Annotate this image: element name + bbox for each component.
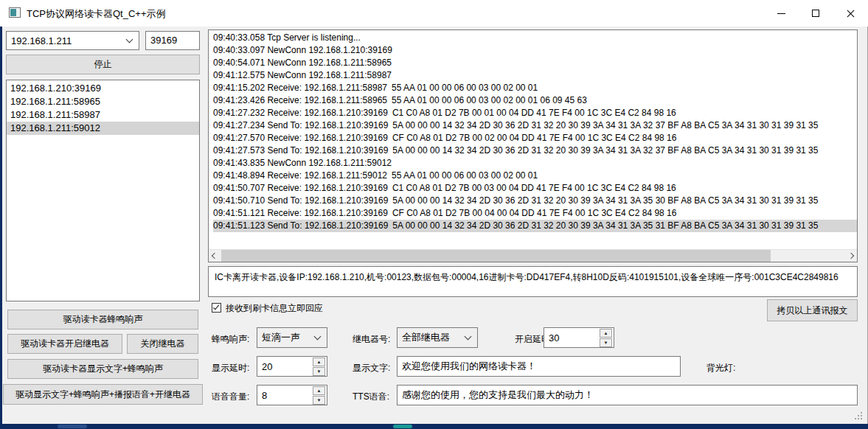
display-delay-label: 显示延时: [212, 362, 249, 374]
volume-label: 语音音量: [212, 391, 249, 403]
beep-button[interactable]: 驱动读卡器蜂鸣响声 [7, 310, 198, 329]
relay-no-label: 继电器号: [353, 333, 390, 346]
client-list[interactable]: 192.168.1.210:39169192.168.1.211:5896519… [6, 80, 200, 301]
log-line[interactable]: 09:41:48.894 Receive: 192.168.1.211:5901… [213, 170, 857, 182]
maximize-button[interactable] [799, 0, 833, 27]
ip-combobox[interactable]: 192.168.1.211 [6, 31, 139, 50]
log-line-hex: CF C0 A8 01 D2 7B 00 04 00 04 DD 41 7E F… [392, 207, 677, 220]
port-input[interactable] [145, 31, 200, 50]
open-delay-spinner[interactable]: 30 ▲▼ [544, 327, 614, 348]
scroll-left-icon[interactable] [212, 253, 218, 259]
app-window: TCP协议网络读卡器Qt_C++示例 192.168.1.211 停止 192.… [0, 0, 868, 424]
respond-checkbox-label: 接收到刷卡信息立即回应 [226, 302, 323, 315]
log-line[interactable]: 09:41:43.835 NewConn 192.168.1.211:59012 [213, 157, 857, 170]
log-line-hex: 5A 00 00 00 14 32 34 2D 30 36 2D 31 32 2… [392, 195, 818, 207]
log-line-meta: 09:41:27.570 Receive: 192.168.1.210:3916… [213, 132, 392, 144]
volume-spinner[interactable]: 8 ▲▼ [257, 385, 327, 405]
minimize-icon [777, 13, 785, 14]
spin-up-button[interactable]: ▲ [313, 358, 325, 366]
desktop-edge [58, 425, 87, 428]
chevron-down-icon [465, 333, 472, 341]
log-line[interactable]: 09:40:54.071 NewConn 192.168.1.211:58965 [213, 57, 857, 69]
chevron-down-icon [314, 333, 322, 341]
display-delay-value: 20 [262, 361, 272, 372]
scrollbar-thumb[interactable] [221, 250, 771, 262]
log-line-meta: 09:40:33.097 NewConn 192.168.1.210:39169 [213, 44, 397, 57]
scroll-right-icon[interactable] [848, 253, 854, 259]
log-line[interactable]: 09:41:51.121 Receive: 192.168.1.210:3916… [213, 207, 857, 220]
log-line[interactable]: 09:41:27.232 Receive: 192.168.1.210:3916… [213, 107, 857, 119]
resize-grip[interactable] [855, 412, 864, 421]
beep-sound-combobox[interactable]: 短滴一声 [257, 327, 327, 348]
spin-up-button[interactable]: ▲ [600, 329, 612, 338]
ip-combobox-value: 192.168.1.211 [11, 35, 72, 46]
copy-log-button[interactable]: 拷贝以上通讯报文 [767, 299, 858, 321]
titlebar: TCP协议网络读卡器Qt_C++示例 [0, 0, 868, 27]
open-relay-button-label: 驱动读卡器开启继电器 [21, 338, 109, 350]
log-line[interactable]: 09:41:27.573 Send To: 192.168.1.210:3916… [213, 144, 857, 157]
display-text-input[interactable] [397, 356, 681, 377]
minimize-button[interactable] [764, 0, 799, 27]
log-line-hex: CF C0 A8 01 D2 7B 00 02 00 04 DD 41 7E F… [392, 132, 677, 144]
log-line[interactable]: 09:41:27.570 Receive: 192.168.1.210:3916… [213, 132, 857, 144]
volume-value: 8 [262, 390, 267, 401]
tts-label: TTS语音: [353, 391, 389, 403]
log-area[interactable]: 09:40:33.058 Tcp Server is listening...0… [208, 29, 858, 262]
log-line-hex: 55 AA 01 00 00 06 00 03 00 02 00 01 [392, 82, 538, 94]
log-line-hex: 5A 00 00 00 14 32 34 2D 30 36 2D 31 32 2… [392, 119, 818, 132]
display-beep-button-label: 驱动读卡器显示文字+蜂鸣响声 [43, 363, 163, 375]
log-line[interactable]: 09:41:50.707 Receive: 192.168.1.210:3916… [213, 182, 857, 195]
log-line-meta: 09:41:15.202 Receive: 192.168.1.211:5898… [213, 82, 392, 94]
stop-button[interactable]: 停止 [6, 55, 200, 74]
close-button[interactable] [833, 0, 868, 27]
log-line-meta: 09:41:23.426 Receive: 192.168.1.211:5896… [213, 94, 392, 107]
app-icon [9, 7, 21, 18]
spin-up-button[interactable]: ▲ [313, 386, 325, 395]
relay-no-combobox[interactable]: 全部继电器 [397, 327, 478, 348]
close-relay-button[interactable]: 关闭继电器 [127, 334, 198, 354]
log-line[interactable]: 09:41:51.123 Send To: 192.168.1.210:3916… [213, 220, 857, 232]
backlight-label: 背光灯: [706, 362, 735, 374]
log-line-meta: 09:41:27.573 Send To: 192.168.1.210:3916… [213, 144, 392, 157]
log-line[interactable]: 09:40:33.058 Tcp Server is listening... [213, 32, 857, 44]
spin-down-button[interactable]: ▼ [313, 367, 325, 376]
log-line[interactable]: 09:41:23.426 Receive: 192.168.1.211:5896… [213, 94, 857, 107]
close-relay-button-label: 关闭继电器 [141, 338, 185, 350]
respond-checkbox[interactable] [212, 303, 221, 313]
log-line[interactable]: 09:41:50.710 Send To: 192.168.1.210:3916… [213, 195, 857, 207]
decoded-message-box[interactable]: IC卡离开读卡器,设备IP:192.168.1.210,机号:00123,数据包… [208, 266, 858, 297]
open-delay-value: 30 [549, 332, 559, 343]
log-line-hex: 55 AA 01 00 00 06 00 03 00 02 00 01 [392, 170, 538, 182]
client-list-item[interactable]: 192.168.1.211:58965 [7, 95, 199, 108]
spin-down-button[interactable]: ▼ [600, 338, 612, 347]
desktop-edge [0, 424, 868, 429]
horizontal-scrollbar[interactable] [209, 249, 857, 262]
log-line-meta: 09:41:51.123 Send To: 192.168.1.210:3916… [213, 220, 392, 232]
log-line-hex: 5A 00 00 00 14 32 34 2D 30 36 2D 31 32 2… [392, 144, 818, 157]
log-line[interactable]: 09:41:27.234 Send To: 192.168.1.210:3916… [213, 119, 857, 132]
log-line[interactable]: 09:41:15.202 Receive: 192.168.1.211:5898… [213, 82, 857, 94]
log-line[interactable]: 09:40:33.097 NewConn 192.168.1.210:39169 [213, 44, 857, 57]
open-relay-button[interactable]: 驱动读卡器开启继电器 [7, 334, 122, 354]
window-title: TCP协议网络读卡器Qt_C++示例 [27, 7, 166, 21]
stop-button-label: 停止 [94, 58, 112, 71]
display-beep-voice-relay-button-label: 驱动显示文字+蜂鸣响声+播报语音+开继电器 [15, 388, 190, 401]
check-mark-icon [213, 304, 219, 310]
log-line-meta: 09:41:27.234 Send To: 192.168.1.210:3916… [213, 119, 392, 132]
spin-down-button[interactable]: ▼ [313, 396, 325, 405]
client-list-item[interactable]: 192.168.1.211:58987 [7, 108, 199, 122]
display-delay-spinner[interactable]: 20 ▲▼ [257, 356, 327, 377]
log-line-hex: 5A 00 00 00 14 32 34 2D 30 36 2D 31 32 2… [392, 220, 818, 232]
log-line-meta: 09:41:50.710 Send To: 192.168.1.210:3916… [213, 195, 392, 207]
desktop-edge [0, 27, 2, 424]
display-beep-voice-relay-button[interactable]: 驱动显示文字+蜂鸣响声+播报语音+开继电器 [3, 384, 203, 405]
display-beep-button[interactable]: 驱动读卡器显示文字+蜂鸣响声 [7, 359, 198, 379]
client-list-item[interactable]: 192.168.1.210:39169 [7, 82, 199, 95]
beep-sound-value: 短滴一声 [262, 331, 300, 344]
log-line-meta: 09:41:12.575 NewConn 192.168.1.211:58987 [213, 69, 396, 82]
tts-input[interactable] [397, 385, 858, 405]
log-line[interactable]: 09:41:12.575 NewConn 192.168.1.211:58987 [213, 69, 857, 82]
client-list-item[interactable]: 192.168.1.211:59012 [7, 122, 199, 135]
beep-button-label: 驱动读卡器蜂鸣响声 [63, 313, 143, 326]
desktop-edge [393, 425, 412, 428]
